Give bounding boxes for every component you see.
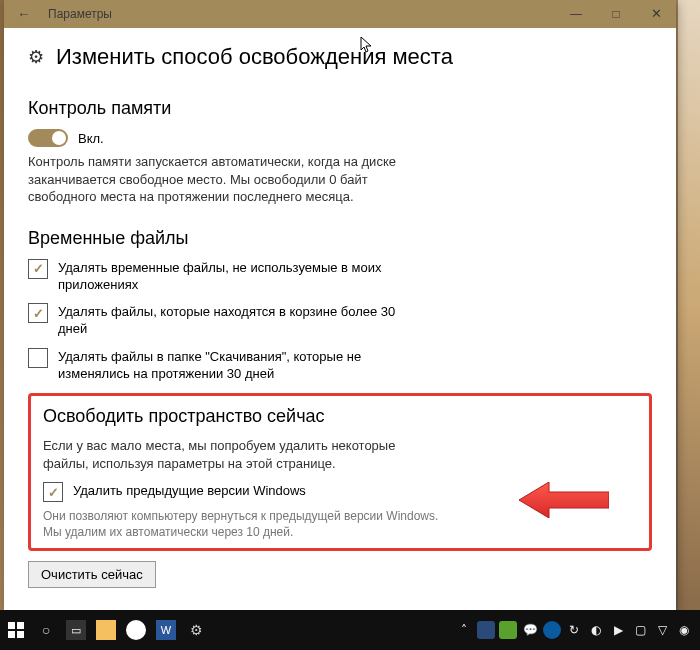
tray-shield-icon[interactable]: ▽	[653, 621, 671, 639]
svg-rect-1	[17, 622, 24, 629]
back-button[interactable]: ←	[4, 6, 44, 22]
delete-previous-windows-label: Удалить предыдущие версии Windows	[73, 482, 306, 500]
temp-files-label-3: Удалять файлы в папке "Скачивания", кото…	[58, 348, 428, 383]
memory-control-heading: Контроль памяти	[28, 98, 652, 119]
tray-msg-icon[interactable]: 💬	[521, 621, 539, 639]
explorer-button[interactable]	[92, 610, 120, 650]
tray-play-icon[interactable]: ▶	[609, 621, 627, 639]
search-button[interactable]: ○	[32, 610, 60, 650]
minimize-button[interactable]: —	[556, 0, 596, 28]
memory-control-description: Контроль памяти запускается автоматическ…	[28, 153, 428, 206]
window-titlebar: ← Параметры — □ ✕	[4, 0, 676, 28]
temp-files-label-2: Удалять файлы, которые находятся в корзи…	[58, 303, 428, 338]
tray-up-icon[interactable]: ˄	[455, 621, 473, 639]
free-space-highlight: Освободить пространство сейчас Если у ва…	[28, 393, 652, 551]
window-title: Параметры	[44, 7, 556, 21]
temp-files-heading: Временные файлы	[28, 228, 652, 249]
temp-files-label-1: Удалять временные файлы, не используемые…	[58, 259, 428, 294]
temp-files-checkbox-1[interactable]	[28, 259, 48, 279]
clean-now-button[interactable]: Очистить сейчас	[28, 561, 156, 588]
chrome-button[interactable]	[122, 610, 150, 650]
settings-window: ← Параметры — □ ✕ ⚙ Изменить способ осво…	[4, 0, 676, 610]
tray-net-icon[interactable]: ▢	[631, 621, 649, 639]
svg-rect-3	[17, 631, 24, 638]
start-button[interactable]	[2, 610, 30, 650]
taskview-button[interactable]: ▭	[62, 610, 90, 650]
delete-previous-windows-checkbox[interactable]	[43, 482, 63, 502]
temp-files-checkbox-3[interactable]	[28, 348, 48, 368]
temp-files-checkbox-2[interactable]	[28, 303, 48, 323]
free-space-description: Если у вас мало места, мы попробуем удал…	[43, 437, 443, 472]
gear-icon: ⚙	[28, 46, 44, 68]
annotation-arrow-icon	[519, 482, 609, 518]
tray-sound-icon[interactable]: ◐	[587, 621, 605, 639]
memory-control-toggle[interactable]	[28, 129, 68, 147]
memory-control-toggle-label: Вкл.	[78, 131, 104, 146]
close-button[interactable]: ✕	[636, 0, 676, 28]
tray-sync-icon[interactable]: ↻	[565, 621, 583, 639]
word-button[interactable]: W	[152, 610, 180, 650]
maximize-button[interactable]: □	[596, 0, 636, 28]
svg-rect-2	[8, 631, 15, 638]
free-space-heading: Освободить пространство сейчас	[43, 406, 637, 427]
svg-rect-0	[8, 622, 15, 629]
page-title: Изменить способ освобождения места	[56, 44, 453, 70]
tray-edge-icon[interactable]	[543, 621, 561, 639]
free-space-note: Они позволяют компьютеру вернуться к пре…	[43, 508, 443, 540]
tray-app2-icon[interactable]	[499, 621, 517, 639]
tray-vol-icon[interactable]: ◉	[675, 621, 693, 639]
tray-app-icon[interactable]	[477, 621, 495, 639]
taskbar: ○ ▭ W ⚙ ˄ 💬 ↻ ◐ ▶ ▢ ▽ ◉	[0, 610, 700, 650]
settings-taskbar-button[interactable]: ⚙	[182, 610, 210, 650]
